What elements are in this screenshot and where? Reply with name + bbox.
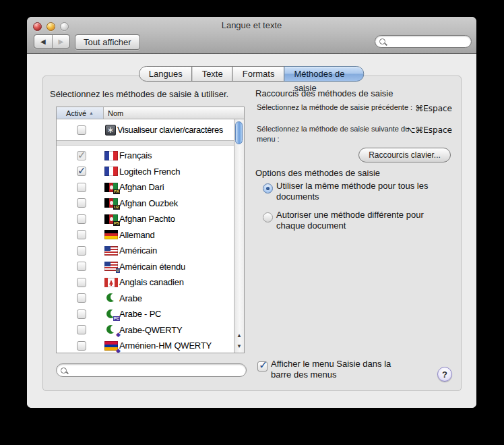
list-item[interactable]: PSAfghan Pachto	[57, 211, 234, 227]
screen: Langue et texte ◀ ▶ Tout afficher Langue…	[0, 0, 504, 445]
list-item[interactable]: Visualiseur clavier/caractères	[57, 119, 234, 140]
list-item[interactable]: Allemand	[57, 227, 234, 243]
list-item-label: Arabe-QWERTY	[119, 325, 182, 335]
enabled-checkbox[interactable]	[77, 341, 86, 351]
flag-badge: PC	[113, 316, 120, 321]
list-body: Visualiseur clavier/caractèresFrançaisLo…	[57, 119, 234, 353]
flag-badge: PS	[113, 221, 120, 226]
toolbar-search-input[interactable]	[388, 36, 471, 47]
window-title: Langue et texte	[27, 20, 476, 30]
preferences-window: Langue et texte ◀ ▶ Tout afficher Langue…	[27, 17, 476, 408]
list-item-label: Afghan Ouzbek	[119, 198, 178, 208]
list-item[interactable]: UZAfghan Ouzbek	[57, 196, 234, 212]
titlebar: Langue et texte	[27, 17, 476, 32]
list-header: Activé ▲ Nom	[57, 107, 244, 119]
shortcut-next-keys: ⌥⌘Espace	[406, 125, 452, 135]
list-item-label: Visualiseur clavier/caractères	[117, 125, 223, 135]
enabled-checkbox[interactable]	[77, 309, 86, 319]
question-mark-icon: ?	[442, 369, 447, 380]
forward-arrow-icon: ▶	[58, 38, 63, 45]
show-input-menu-checkbox[interactable]	[257, 361, 267, 372]
shortcut-previous-keys: ⌘Espace	[415, 104, 452, 113]
list-item[interactable]: PCArabe - PC	[57, 306, 234, 322]
list-item[interactable]: Anglais canadien	[57, 274, 234, 291]
toolbar-search-field[interactable]	[375, 35, 472, 48]
enabled-checkbox[interactable]	[77, 183, 86, 192]
tab-langues[interactable]: Langues	[139, 66, 193, 82]
show-input-menu-label[interactable]: Afficher le menu Saisie dans la barre de…	[271, 359, 403, 380]
scroll-down-button[interactable]: ▼	[234, 340, 244, 351]
keyboard-shortcuts-button-label: Raccourcis clavier...	[369, 150, 441, 160]
vertical-scrollbar[interactable]: ▲ ▼	[234, 119, 244, 353]
scrollbar-arrows: ▲ ▼	[234, 330, 244, 351]
enabled-checkbox[interactable]	[77, 278, 86, 287]
enabled-checkbox[interactable]	[77, 262, 86, 271]
show-all-label: Tout afficher	[84, 37, 131, 47]
list-item[interactable]: Logitech French	[57, 164, 234, 180]
forward-button[interactable]: ▶	[53, 35, 70, 48]
list-item[interactable]: Arabe	[57, 291, 234, 307]
enabled-checkbox[interactable]	[77, 293, 86, 303]
flag-badge: ◆	[116, 332, 121, 337]
radio-different-method-label[interactable]: Autoriser une méthode différente pour ch…	[276, 210, 450, 231]
tab-texte[interactable]: Texte	[192, 66, 233, 82]
list-item[interactable]: Français	[57, 148, 234, 164]
enabled-checkbox[interactable]	[77, 230, 86, 239]
scroll-up-button[interactable]: ▲	[234, 330, 244, 340]
list-item[interactable]: Américain	[57, 243, 234, 259]
column-header-enabled-label: Activé	[66, 109, 86, 117]
list-search-field[interactable]	[56, 363, 247, 377]
window-chrome: Langue et texte ◀ ▶ Tout afficher	[27, 17, 476, 54]
list-item-label: Anglais canadien	[119, 277, 184, 287]
history-segmented-control: ◀ ▶	[34, 34, 70, 49]
keyboard-shortcuts-button[interactable]: Raccourcis clavier...	[358, 148, 451, 162]
flag-af-icon: UZ	[104, 198, 118, 208]
enabled-checkbox[interactable]	[77, 167, 86, 176]
radio-same-method[interactable]	[263, 183, 273, 194]
tab-label: Langues	[149, 69, 183, 79]
radio-same-method-label[interactable]: Utiliser la même méthode pour tous les d…	[276, 181, 450, 202]
flag-badge: U	[116, 268, 120, 273]
list-search-input[interactable]	[69, 365, 246, 376]
list-item-label: Arabe	[119, 293, 142, 303]
back-arrow-icon: ◀	[40, 38, 46, 45]
show-all-button[interactable]: Tout afficher	[75, 34, 140, 50]
list-item[interactable]: ◆Arabe-QWERTY	[57, 322, 234, 338]
list-item-label: Logitech French	[119, 167, 180, 177]
flag-badge: ◆	[116, 348, 121, 353]
tab-label: Formats	[243, 69, 275, 79]
list-item-label: Afghan Pachto	[119, 214, 175, 224]
enabled-checkbox[interactable]	[77, 246, 86, 256]
back-button[interactable]: ◀	[34, 35, 53, 48]
help-button[interactable]: ?	[437, 367, 452, 382]
tab-formats[interactable]: Formats	[232, 66, 285, 82]
radio-different-method[interactable]	[263, 212, 273, 222]
tab-methodes-de-saisie[interactable]: Méthodes de saisie	[284, 66, 364, 82]
enabled-checkbox[interactable]	[77, 325, 86, 334]
flag-am-icon: ◆	[104, 341, 118, 351]
column-header-enabled[interactable]: Activé ▲	[57, 107, 104, 119]
list-item[interactable]: FAAfghan Dari	[57, 179, 234, 196]
flag-de-icon	[104, 230, 118, 239]
enabled-checkbox[interactable]	[77, 198, 86, 208]
flag-af-icon: FA	[104, 183, 118, 192]
tab-label: Texte	[202, 69, 223, 79]
input-methods-list: Activé ▲ Nom Visualiseur clavier/caractè…	[56, 107, 245, 353]
list-instruction: Sélectionnez les méthodes de saisie à ut…	[50, 89, 228, 99]
options-section-title: Options des méthodes de saisie	[255, 168, 380, 178]
scrollbar-thumb[interactable]	[235, 121, 243, 144]
list-item-label: Arabe - PC	[119, 309, 161, 319]
flag-fr-icon	[104, 167, 118, 176]
enabled-checkbox[interactable]	[77, 214, 86, 224]
tab-bar: Langues Texte Formats Méthodes de saisie	[139, 66, 365, 82]
enabled-checkbox[interactable]	[77, 125, 86, 135]
list-section-separator	[57, 140, 234, 146]
list-item-label: Français	[119, 150, 152, 160]
list-item[interactable]: ◆Arménien-HM QWERTY	[57, 338, 234, 353]
list-item-label: Arménien-HM QWERTY	[119, 340, 212, 351]
column-header-name[interactable]: Nom	[104, 107, 244, 119]
flag-fr-icon	[104, 151, 118, 160]
enabled-checkbox[interactable]	[77, 151, 86, 160]
column-header-name-label: Nom	[108, 109, 123, 117]
list-item[interactable]: UAméricain étendu	[57, 259, 234, 275]
